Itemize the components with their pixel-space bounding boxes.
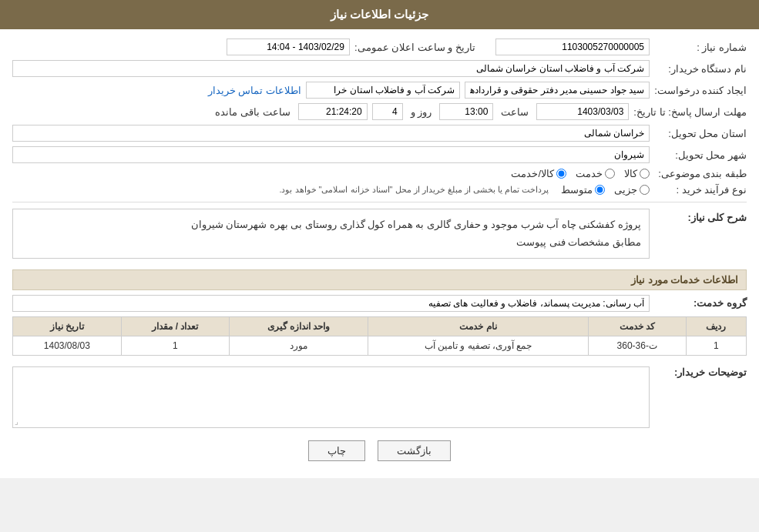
back-button[interactable]: بازگشت — [378, 440, 451, 461]
ostan-label: استان محل تحویل: — [654, 128, 747, 139]
farayand-radio-jozi[interactable] — [640, 185, 650, 195]
farayand-option-motavas[interactable]: متوسط — [561, 184, 605, 196]
mohlat-rooz-label: روز و — [411, 106, 432, 118]
col-radif: ردیف — [686, 316, 746, 336]
group-input[interactable] — [12, 295, 650, 312]
col-code: کد خدمت — [588, 316, 686, 336]
cell-count: 1 — [121, 336, 230, 355]
print-button[interactable]: چاپ — [308, 440, 365, 461]
tarikh-input[interactable] — [227, 38, 350, 55]
tabaqe-label: طبقه بندی موضوعی: — [654, 168, 747, 179]
tabaqe-option-kala-khedmat[interactable]: کالا/خدمت — [511, 168, 566, 179]
mohlat-saat-input[interactable] — [439, 103, 493, 120]
shomara-label: شماره نیاز : — [654, 42, 747, 53]
col-name: نام خدمت — [368, 316, 589, 336]
tabaqe-kala-khedmat-label: کالا/خدمت — [511, 168, 554, 179]
col-unit: واحد اندازه گیری — [230, 316, 368, 336]
farayand-motavas-label: متوسط — [561, 184, 593, 196]
shomara-input[interactable] — [495, 38, 650, 55]
tabaqe-radio-kala[interactable] — [640, 169, 650, 179]
dasgah-input[interactable] — [12, 60, 650, 77]
cell-radif: 1 — [686, 336, 746, 355]
farayand-label: نوع فرآیند خرید : — [654, 184, 747, 196]
col-count: تعداد / مقدار — [121, 316, 230, 336]
row-farayand: نوع فرآیند خرید : جزیی متوسط پرداخت تمام… — [12, 184, 747, 196]
buyer-notes-label: توضیحات خریدار: — [654, 363, 747, 378]
buyer-notes-box: ⌟ — [12, 366, 650, 428]
row-shahr: شهر محل تحویل: — [12, 146, 747, 163]
tabaqe-khedmat-label: خدمت — [576, 168, 603, 179]
content-area: شماره نیاز : تاریخ و ساعت اعلان عمومی: ن… — [0, 29, 759, 478]
row-buyer-notes: توضیحات خریدار: ⌟ — [12, 363, 747, 428]
mohlat-saat-label: ساعت — [501, 106, 529, 118]
row-tabaqe: طبقه بندی موضوعی: کالا خدمت کالا/خدمت — [12, 168, 747, 179]
row-ostan: استان محل تحویل: — [12, 125, 747, 142]
mohlat-rooz-input[interactable] — [372, 103, 403, 120]
row-shomara: شماره نیاز : تاریخ و ساعت اعلان عمومی: — [12, 38, 747, 55]
tabaqe-radio-group: کالا خدمت کالا/خدمت — [511, 168, 650, 179]
sharh-box: پروژه کفشکنی چاه آب شرب موجود و حفاری گا… — [12, 209, 650, 259]
divider-1 — [12, 202, 747, 202]
tabaqe-radio-kala-khedmat[interactable] — [556, 169, 566, 179]
row-sharh: شرح کلی نیاز: پروژه کفشکنی چاه آب شرب مو… — [12, 209, 747, 263]
farayand-radio-motavas[interactable] — [595, 185, 605, 195]
mohlat-label: مهلت ارسال پاسخ: تا تاریخ: — [633, 106, 747, 118]
service-table: ردیف کد خدمت نام خدمت واحد اندازه گیری ت… — [12, 316, 747, 356]
page-wrapper: جزئیات اطلاعات نیاز شماره نیاز : تاریخ و… — [0, 0, 759, 478]
page-header: جزئیات اطلاعات نیاز — [0, 0, 759, 29]
farayand-note: پرداخت تمام یا بخشی از مبلغ خریدار از مح… — [279, 185, 549, 195]
sharh-text: پروژه کفشکنی چاه آب شرب موجود و حفاری گا… — [191, 219, 641, 248]
dasgah-label: نام دستگاه خریدار: — [654, 63, 747, 75]
cell-unit: مورد — [230, 336, 368, 355]
resize-handle: ⌟ — [15, 417, 18, 426]
cell-code: ت-36-360 — [588, 336, 686, 355]
mohlat-date-input[interactable] — [536, 103, 629, 120]
mohlat-baqi-label: ساعت باقی مانده — [215, 106, 290, 118]
services-section-title: اطلاعات خدمات مورد نیاز — [12, 269, 747, 290]
creator-label: ایجاد کننده درخواست: — [654, 85, 747, 96]
creator-org-input[interactable] — [306, 82, 460, 99]
group-label: گروه خدمت: — [654, 297, 747, 309]
tabaqe-option-kala[interactable]: کالا — [624, 168, 650, 179]
shahr-input[interactable] — [12, 146, 650, 163]
farayand-option-jozi[interactable]: جزیی — [614, 184, 650, 196]
row-dasgah: نام دستگاه خریدار: — [12, 60, 747, 77]
row-group: گروه خدمت: — [12, 295, 747, 312]
mohlat-baqi-input[interactable] — [298, 103, 368, 120]
page-title: جزئیات اطلاعات نیاز — [331, 8, 428, 21]
tabaqe-kala-label: کالا — [624, 168, 637, 179]
row-creator: ایجاد کننده درخواست: اطلاعات تماس خریدار — [12, 82, 747, 99]
cell-date: 1403/08/03 — [13, 336, 122, 355]
tabaqe-option-khedmat[interactable]: خدمت — [576, 168, 615, 179]
tarikh-label: تاریخ و ساعت اعلان عمومی: — [354, 42, 475, 53]
farayand-jozi-label: جزیی — [614, 184, 637, 196]
creator-input[interactable] — [465, 82, 650, 99]
row-mohlat: مهلت ارسال پاسخ: تا تاریخ: ساعت روز و سا… — [12, 103, 747, 120]
cell-name: جمع آوری، تصفیه و تامین آب — [368, 336, 589, 355]
ostan-input[interactable] — [12, 125, 650, 142]
creator-contact-link[interactable]: اطلاعات تماس خریدار — [208, 85, 301, 96]
footer-buttons: بازگشت چاپ — [12, 440, 747, 461]
tabaqe-radio-khedmat[interactable] — [605, 169, 615, 179]
table-row: 1 ت-36-360 جمع آوری، تصفیه و تامین آب مو… — [13, 336, 747, 355]
col-date: تاریخ نیاز — [13, 316, 122, 336]
farayand-radio-group: جزیی متوسط — [561, 184, 650, 196]
shahr-label: شهر محل تحویل: — [654, 149, 747, 161]
sharh-label: شرح کلی نیاز: — [654, 209, 747, 223]
